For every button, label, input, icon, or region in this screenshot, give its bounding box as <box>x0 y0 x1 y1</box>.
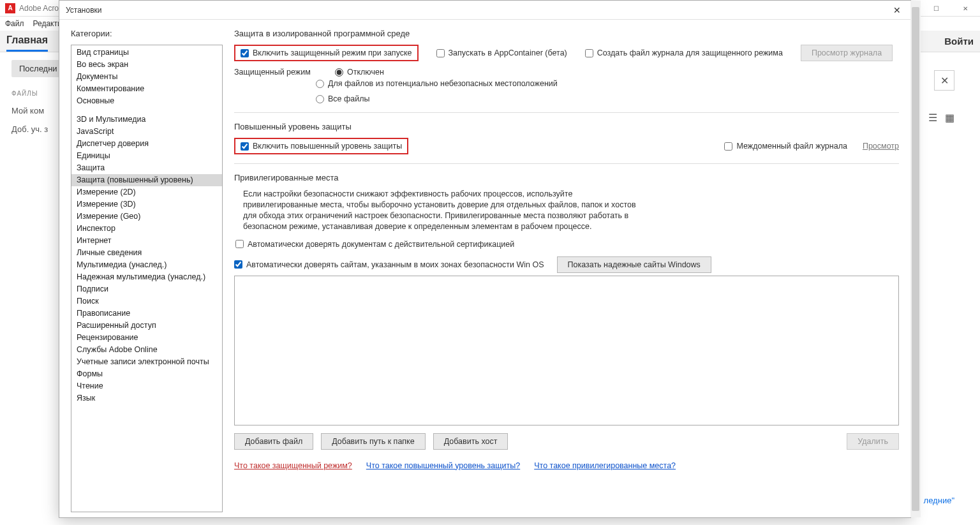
delete-button[interactable]: Удалить <box>847 433 899 450</box>
protected-mode-label2: Защищенный режим <box>234 68 317 77</box>
menu-edit[interactable]: Редакти <box>33 19 62 28</box>
category-item[interactable]: Документы <box>71 71 222 83</box>
crossdomain-log-input[interactable] <box>724 142 732 151</box>
enhanced-row: Включить повышенный уровень защиты Междо… <box>234 138 899 154</box>
create-logfile-label: Создать файл журнала для защищенного реж… <box>597 48 783 57</box>
category-item[interactable]: Основные <box>71 95 222 107</box>
create-logfile-checkbox[interactable]: Создать файл журнала для защищенного реж… <box>585 48 783 57</box>
tab-home[interactable]: Главная <box>6 31 48 52</box>
recent-tag: ледние" <box>924 496 954 505</box>
dialog-title: Установки <box>66 6 101 15</box>
dialog-titlebar: Установки ✕ <box>59 1 910 20</box>
category-item[interactable]: Измерение (3D) <box>71 198 222 211</box>
trust-sites-label: Автоматически доверять сайтам, указанным… <box>246 260 544 269</box>
show-trusted-sites-button[interactable]: Показать надежные сайты Windows <box>557 256 711 273</box>
login-button[interactable]: Войти <box>944 36 974 47</box>
protected-mode-input[interactable] <box>241 49 249 57</box>
category-item[interactable]: Поиск <box>71 295 222 307</box>
maximize-button[interactable]: ☐ <box>921 0 951 17</box>
category-item[interactable]: Измерение (2D) <box>71 186 222 198</box>
category-item[interactable]: Инспектор <box>71 223 222 235</box>
view-crosslog-link[interactable]: Просмотр <box>863 142 899 151</box>
settings-content: Защита в изолированной программной среде… <box>223 29 899 512</box>
close-document-button[interactable]: ✕ <box>934 70 954 91</box>
category-item[interactable]: Личные сведения <box>71 247 222 259</box>
list-view-icon[interactable]: ☰ <box>928 112 937 124</box>
appcontainer-label: Запускать в AppContainer (бета) <box>449 48 567 57</box>
category-item[interactable]: Защита (повышенный уровень) <box>71 174 222 186</box>
crossdomain-log-label: Междоменный файл журнала <box>736 142 847 151</box>
view-log-button[interactable]: Просмотр журнала <box>801 45 893 61</box>
dialog-close-button[interactable]: ✕ <box>887 3 907 18</box>
enhanced-section-title: Повышенный уровень защиты <box>234 122 899 131</box>
preferences-dialog: Установки ✕ Категории: Вид страницыВо ве… <box>59 0 911 518</box>
category-item[interactable]: Интернет <box>71 235 222 247</box>
radio-unsafe[interactable]: Для файлов из потенциально небезопасных … <box>316 79 899 88</box>
trust-sites-checkbox[interactable]: Автоматически доверять сайтам, указанным… <box>234 260 544 269</box>
radio-off-input[interactable] <box>335 68 343 77</box>
category-item[interactable]: Правописание <box>71 307 222 320</box>
sandbox-row1: Включить защищенный режим при запуске За… <box>234 45 899 61</box>
category-item[interactable]: Учетные записи электронной почты <box>71 356 222 368</box>
radio-all-input[interactable] <box>316 95 324 103</box>
category-item[interactable]: Вид страницы <box>71 47 222 59</box>
category-item[interactable]: Измерение (Geo) <box>71 211 222 223</box>
category-item[interactable]: JavaScript <box>71 126 222 138</box>
category-item[interactable]: Расширенный доступ <box>71 320 222 332</box>
categories-listbox[interactable]: Вид страницыВо весь экранДокументыКоммен… <box>71 45 223 512</box>
trust-sites-input[interactable] <box>234 260 242 269</box>
divider <box>234 112 899 113</box>
app-title: Adobe Acro <box>19 4 59 13</box>
close-window-button[interactable]: ✕ <box>951 0 980 17</box>
category-item[interactable]: Службы Adobe Online <box>71 344 222 356</box>
dialog-body: Категории: Вид страницыВо весь экранДоку… <box>59 20 910 517</box>
radio-off-label: Отключен <box>347 68 384 77</box>
category-item[interactable]: Подписи <box>71 283 222 295</box>
recent-button[interactable]: Последни <box>11 60 65 77</box>
appcontainer-checkbox[interactable]: Запускать в AppContainer (бета) <box>436 48 567 57</box>
link-enhanced-security[interactable]: Что такое повышенный уровень защиты? <box>366 461 520 470</box>
trust-cert-checkbox[interactable]: Автоматически доверять документам с дейс… <box>235 240 899 249</box>
category-item[interactable]: Формы <box>71 368 222 380</box>
radio-all-label: Все файлы <box>328 94 370 103</box>
category-item[interactable]: Диспетчер доверия <box>71 138 222 150</box>
appcontainer-input[interactable] <box>436 49 445 57</box>
link-protected-mode[interactable]: Что такое защищенный режим? <box>234 461 352 470</box>
enhanced-security-checkbox[interactable]: Включить повышенный уровень защиты <box>234 138 408 154</box>
footer-links: Что такое защищенный режим? Что такое по… <box>234 461 899 470</box>
category-item[interactable]: Единицы <box>71 150 222 162</box>
sandbox-section-title: Защита в изолированной программной среде <box>234 29 899 38</box>
enhanced-security-label: Включить повышенный уровень защиты <box>253 142 402 151</box>
category-item[interactable]: Мультимедиа (унаслед.) <box>71 259 222 271</box>
add-folder-button[interactable]: Добавить путь к папке <box>321 433 425 450</box>
category-item[interactable]: Чтение <box>71 380 222 392</box>
grid-view-icon[interactable]: ▦ <box>945 112 954 124</box>
enhanced-security-input[interactable] <box>241 142 249 151</box>
protected-mode-label: Включить защищенный режим при запуске <box>253 48 412 57</box>
menu-file[interactable]: Файл <box>5 19 24 28</box>
protected-mode-row: Защищенный режим Отключен <box>234 68 899 77</box>
link-privileged-locations[interactable]: Что такое привилегированные места? <box>534 461 676 470</box>
crossdomain-log-checkbox[interactable]: Междоменный файл журнала <box>724 142 847 151</box>
category-item[interactable]: 3D и Мультимедиа <box>71 114 222 126</box>
category-item[interactable]: Язык <box>71 392 222 404</box>
trust-cert-input[interactable] <box>235 240 244 248</box>
category-item[interactable]: Во весь экран <box>71 59 222 71</box>
privileged-listbox[interactable] <box>234 276 899 425</box>
radio-unsafe-input[interactable] <box>316 80 324 88</box>
categories-column: Категории: Вид страницыВо весь экранДоку… <box>71 29 223 512</box>
adobe-logo-icon: A <box>5 3 15 13</box>
protected-mode-checkbox[interactable]: Включить защищенный режим при запуске <box>234 45 419 61</box>
category-item[interactable]: Комментирование <box>71 83 222 95</box>
radio-off[interactable]: Отключен <box>335 68 384 77</box>
category-item[interactable]: Надежная мультимедиа (унаслед.) <box>71 271 222 283</box>
radio-unsafe-label: Для файлов из потенциально небезопасных … <box>328 79 558 88</box>
category-item[interactable]: Рецензирование <box>71 332 222 344</box>
privileged-buttons: Добавить файл Добавить путь к папке Доба… <box>234 433 899 450</box>
add-host-button[interactable]: Добавить хост <box>433 433 509 450</box>
create-logfile-input[interactable] <box>585 49 593 57</box>
radio-all[interactable]: Все файлы <box>316 94 899 103</box>
add-file-button[interactable]: Добавить файл <box>234 433 313 450</box>
divider <box>234 163 899 164</box>
category-item[interactable]: Защита <box>71 162 222 174</box>
